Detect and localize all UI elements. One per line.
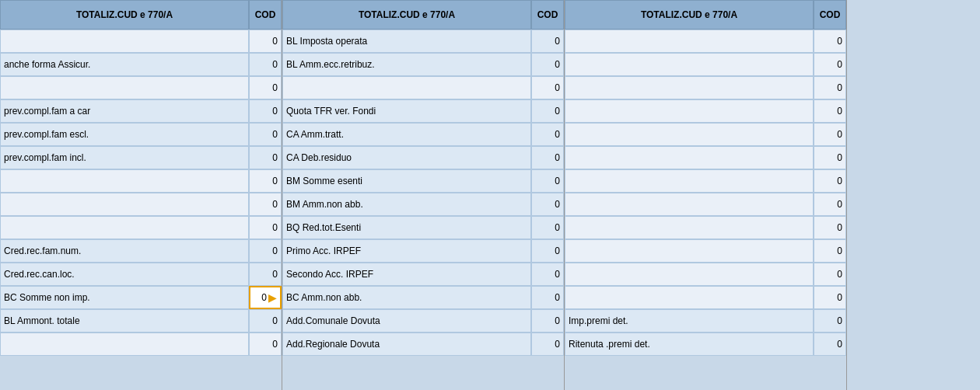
cod-cell-0-7: 0	[249, 193, 282, 216]
header-label-0: TOTALIZ.CUD e 770/A	[0, 0, 249, 30]
label-cell-1-13: Add.Regionale Dovuta	[282, 333, 531, 356]
label-cell-0-6	[0, 169, 249, 193]
label-cell-2-1	[565, 53, 814, 76]
cod-cell-1-9: 0	[531, 239, 564, 263]
cod-cell-1-2: 0	[531, 76, 564, 99]
label-cell-2-2	[565, 76, 814, 99]
cod-cell-0-6: 0	[249, 169, 282, 193]
cod-cell-2-13: 0	[814, 333, 846, 356]
cod-cell-1-8: 0	[531, 216, 564, 239]
cod-cell-1-11: 0	[531, 286, 564, 309]
label-cell-1-11: BC Amm.non abb.	[282, 286, 531, 309]
cod-cell-0-4: 0	[249, 123, 282, 146]
label-cell-0-3: prev.compl.fam a car	[0, 99, 249, 123]
cod-cell-1-7: 0	[531, 193, 564, 216]
header-cod-0: COD	[249, 0, 282, 30]
cod-col-0: COD000000000000▶00	[249, 0, 282, 390]
label-cell-1-7: BM Amm.non abb.	[282, 193, 531, 216]
label-cell-1-3: Quota TFR ver. Fondi	[282, 99, 531, 123]
label-cell-2-13: Ritenuta .premi det.	[565, 333, 814, 356]
cod-cell-2-8: 0	[814, 216, 846, 239]
label-cell-2-4	[565, 123, 814, 146]
cod-cell-0-3: 0	[249, 99, 282, 123]
label-cell-1-4: CA Amm.tratt.	[282, 123, 531, 146]
cod-cell-1-0: 0	[531, 30, 564, 53]
label-cell-2-0	[565, 30, 814, 53]
header-cod-2: COD	[814, 0, 846, 30]
column-group-1: TOTALIZ.CUD e 770/ABL Imposta operataBL …	[282, 0, 565, 390]
cod-cell-0-9: 0	[249, 239, 282, 263]
label-cell-1-5: CA Deb.residuo	[282, 146, 531, 169]
cod-cell-2-7: 0	[814, 193, 846, 216]
cod-cell-1-1: 0	[531, 53, 564, 76]
cod-cell-2-11: 0	[814, 286, 846, 309]
label-cell-0-8	[0, 216, 249, 239]
cod-cell-1-3: 0	[531, 99, 564, 123]
cod-cell-2-6: 0	[814, 169, 846, 193]
label-col-0: TOTALIZ.CUD e 770/Aanche forma Assicur.p…	[0, 0, 249, 390]
label-cell-0-0	[0, 30, 249, 53]
label-cell-1-8: BQ Red.tot.Esenti	[282, 216, 531, 239]
label-cell-0-12: BL Ammont. totale	[0, 309, 249, 333]
header-cod-1: COD	[531, 0, 564, 30]
label-cell-0-1: anche forma Assicur.	[0, 53, 249, 76]
label-cell-0-7	[0, 193, 249, 216]
cod-cell-2-1: 0	[814, 53, 846, 76]
label-cell-2-8	[565, 216, 814, 239]
cod-cell-1-4: 0	[531, 123, 564, 146]
cod-cell-1-5: 0	[531, 146, 564, 169]
cod-cell-0-13: 0	[249, 333, 282, 356]
cod-cell-2-0: 0	[814, 30, 846, 53]
cod-col-1: COD00000000000000	[531, 0, 564, 390]
label-cell-0-13	[0, 333, 249, 356]
cod-cell-2-12: 0	[814, 309, 846, 333]
label-cell-1-9: Primo Acc. IRPEF	[282, 239, 531, 263]
column-group-0: TOTALIZ.CUD e 770/Aanche forma Assicur.p…	[0, 0, 282, 390]
label-cell-2-10	[565, 263, 814, 286]
arrow-icon: ▶	[268, 291, 277, 304]
cod-cell-2-5: 0	[814, 146, 846, 169]
cod-cell-0-1: 0	[249, 53, 282, 76]
label-cell-0-5: prev.compl.fam incl.	[0, 146, 249, 169]
label-col-1: TOTALIZ.CUD e 770/ABL Imposta operataBL …	[282, 0, 531, 390]
label-cell-2-7	[565, 193, 814, 216]
label-cell-2-5	[565, 146, 814, 169]
cod-cell-0-10: 0	[249, 263, 282, 286]
label-cell-2-6	[565, 169, 814, 193]
cod-cell-0-8: 0	[249, 216, 282, 239]
label-col-2: TOTALIZ.CUD e 770/AImp.premi det.Ritenut…	[565, 0, 814, 390]
cod-cell-2-10: 0	[814, 263, 846, 286]
label-cell-2-9	[565, 239, 814, 263]
cod-cell-1-10: 0	[531, 263, 564, 286]
cod-cell-0-11[interactable]: 0▶	[249, 286, 282, 309]
label-cell-0-10: Cred.rec.can.loc.	[0, 263, 249, 286]
label-cell-1-12: Add.Comunale Dovuta	[282, 309, 531, 333]
label-cell-1-10: Secondo Acc. IRPEF	[282, 263, 531, 286]
label-cell-2-12: Imp.premi det.	[565, 309, 814, 333]
cod-cell-0-12: 0	[249, 309, 282, 333]
cod-cell-1-12: 0	[531, 309, 564, 333]
cod-cell-2-4: 0	[814, 123, 846, 146]
cod-cell-0-2: 0	[249, 76, 282, 99]
label-cell-0-9: Cred.rec.fam.num.	[0, 239, 249, 263]
header-label-2: TOTALIZ.CUD e 770/A	[565, 0, 814, 30]
main-grid: TOTALIZ.CUD e 770/Aanche forma Assicur.p…	[0, 0, 980, 390]
cod-cell-2-3: 0	[814, 99, 846, 123]
label-cell-0-11: BC Somme non imp.	[0, 286, 249, 309]
header-label-1: TOTALIZ.CUD e 770/A	[282, 0, 531, 30]
label-cell-1-0: BL Imposta operata	[282, 30, 531, 53]
cod-cell-2-2: 0	[814, 76, 846, 99]
label-cell-0-4: prev.compl.fam escl.	[0, 123, 249, 146]
cod-cell-1-13: 0	[531, 333, 564, 356]
label-cell-2-11	[565, 286, 814, 309]
cod-cell-0-5: 0	[249, 146, 282, 169]
cod-cell-0-0: 0	[249, 30, 282, 53]
label-cell-1-6: BM Somme esenti	[282, 169, 531, 193]
column-group-2: TOTALIZ.CUD e 770/AImp.premi det.Ritenut…	[565, 0, 847, 390]
cod-col-2: COD00000000000000	[814, 0, 846, 390]
label-cell-0-2	[0, 76, 249, 99]
cod-cell-1-6: 0	[531, 169, 564, 193]
cod-cell-2-9: 0	[814, 239, 846, 263]
label-cell-2-3	[565, 99, 814, 123]
label-cell-1-1: BL Amm.ecc.retribuz.	[282, 53, 531, 76]
